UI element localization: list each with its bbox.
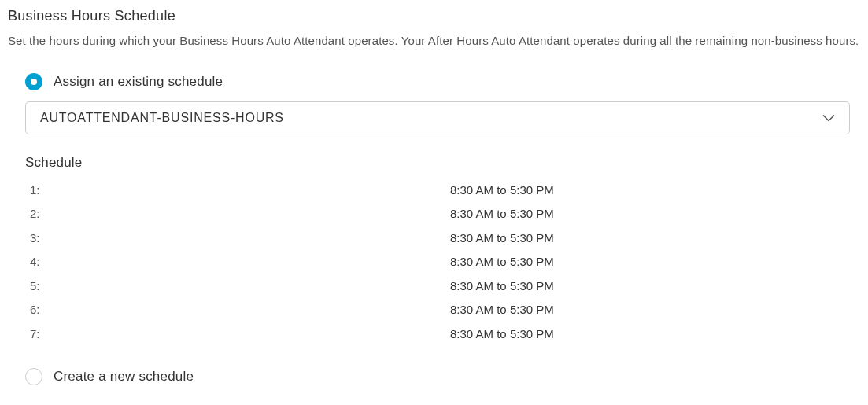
schedule-row-index: 3:: [25, 230, 450, 248]
schedule-row-index: 4:: [25, 253, 450, 271]
schedule-row: 2: 8:30 AM to 5:30 PM: [25, 202, 860, 226]
schedule-row: 3: 8:30 AM to 5:30 PM: [25, 226, 860, 251]
schedule-row: 5: 8:30 AM to 5:30 PM: [25, 274, 860, 299]
schedule-row: 4: 8:30 AM to 5:30 PM: [25, 250, 860, 274]
radio-unselected-icon[interactable]: [25, 368, 42, 385]
schedule-row-time: 8:30 AM to 5:30 PM: [450, 301, 554, 319]
schedule-heading: Schedule: [25, 155, 860, 171]
schedule-row: 7: 8:30 AM to 5:30 PM: [25, 322, 860, 347]
schedule-row-index: 7:: [25, 326, 450, 344]
schedule-row-time: 8:30 AM to 5:30 PM: [450, 253, 554, 271]
schedule-dropdown[interactable]: AUTOATTENDANT-BUSINESS-HOURS: [25, 101, 850, 134]
page-title: Business Hours Schedule: [8, 8, 860, 24]
assign-existing-label: Assign an existing schedule: [54, 74, 223, 90]
schedule-row-index: 2:: [25, 205, 450, 223]
dropdown-selected-value: AUTOATTENDANT-BUSINESS-HOURS: [40, 111, 284, 125]
schedule-row-index: 1:: [25, 182, 450, 200]
schedule-row-index: 6:: [25, 301, 450, 319]
schedule-row-time: 8:30 AM to 5:30 PM: [450, 205, 554, 223]
schedule-options-group: Assign an existing schedule AUTOATTENDAN…: [8, 73, 860, 386]
schedule-row-time: 8:30 AM to 5:30 PM: [450, 182, 554, 200]
chevron-down-icon: [822, 111, 835, 125]
schedule-row: 6: 8:30 AM to 5:30 PM: [25, 298, 860, 322]
schedule-row-index: 5:: [25, 278, 450, 296]
create-new-label: Create a new schedule: [54, 369, 194, 385]
create-new-option[interactable]: Create a new schedule: [25, 368, 860, 385]
schedule-section: Schedule 1: 8:30 AM to 5:30 PM 2: 8:30 A…: [25, 155, 860, 347]
schedule-row-time: 8:30 AM to 5:30 PM: [450, 278, 554, 296]
schedule-row-time: 8:30 AM to 5:30 PM: [450, 230, 554, 248]
assign-existing-option[interactable]: Assign an existing schedule: [25, 73, 860, 90]
page-description: Set the hours during which your Business…: [8, 31, 860, 51]
schedule-row: 1: 8:30 AM to 5:30 PM: [25, 179, 860, 203]
radio-selected-icon[interactable]: [25, 73, 42, 90]
schedule-row-time: 8:30 AM to 5:30 PM: [450, 326, 554, 344]
